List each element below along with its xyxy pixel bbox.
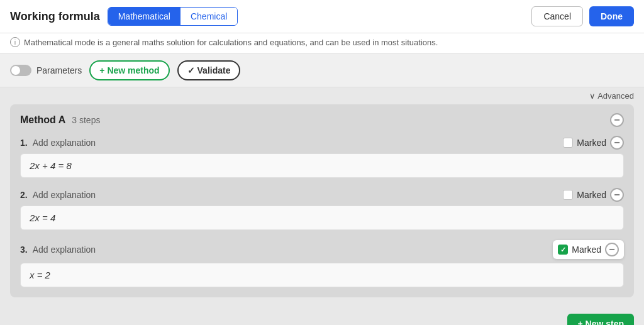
step-3-label: 3. Add explanation <box>20 245 96 255</box>
method-header: Method A 3 steps − <box>10 104 634 136</box>
footer-row: + New step <box>0 307 644 325</box>
step-2-marked-group: Marked − <box>563 188 624 202</box>
step-2-header: 2. Add explanation Marked − <box>20 188 624 202</box>
step-1-input[interactable]: 2x + 4 = 8 <box>20 153 624 178</box>
step-1-marked-checkbox[interactable] <box>563 138 573 148</box>
step-2-number: 2. <box>20 190 28 200</box>
step-2-marked-checkbox[interactable] <box>563 190 573 200</box>
info-bar: i Mathematical mode is a general maths s… <box>0 33 644 54</box>
header-left: Working formula Mathematical Chemical <box>10 7 238 26</box>
step-count: 3 steps <box>72 115 100 125</box>
step-3-number: 3. <box>20 245 28 255</box>
new-method-button[interactable]: + New method <box>89 60 169 80</box>
step-1-marked-label: Marked <box>577 138 606 148</box>
step-2-label: 2. Add explanation <box>20 190 96 200</box>
step-1-header: 1. Add explanation Marked − <box>20 136 624 150</box>
method-collapse-button[interactable]: − <box>610 113 624 127</box>
info-text: Mathematical mode is a general maths sol… <box>24 38 438 47</box>
step-2-explanation: Add explanation <box>33 190 96 200</box>
method-card: Method A 3 steps − 1. Add explanation Ma… <box>10 104 634 297</box>
parameters-label: Parameters <box>36 65 82 75</box>
step-2-marked-label: Marked <box>577 190 606 200</box>
step-row: 1. Add explanation Marked − 2x + 4 = 8 <box>20 136 624 178</box>
toolbar: Parameters + New method ✓ Validate <box>0 54 644 87</box>
header: Working formula Mathematical Chemical Ca… <box>0 0 644 33</box>
validate-button[interactable]: ✓ Validate <box>177 60 241 80</box>
advanced-row: ∨ Advanced <box>0 87 644 104</box>
toggle-wrap: Parameters <box>10 65 82 76</box>
step-3-marked-checkbox[interactable] <box>558 245 568 255</box>
header-right: Cancel Done <box>531 6 634 26</box>
step-3-header: 3. Add explanation Marked − <box>20 240 624 259</box>
step-3-input[interactable]: x = 2 <box>20 263 624 287</box>
tab-group: Mathematical Chemical <box>108 7 238 26</box>
step-3-marked-group: Marked − <box>553 240 624 259</box>
advanced-link[interactable]: ∨ Advanced <box>589 91 634 101</box>
new-step-button[interactable]: + New step <box>567 314 634 325</box>
page-title: Working formula <box>10 10 100 23</box>
method-title-group: Method A 3 steps <box>20 114 100 126</box>
step-3-explanation: Add explanation <box>33 245 96 255</box>
step-1-label: 1. Add explanation <box>20 138 96 148</box>
step-1-number: 1. <box>20 138 28 148</box>
step-1-explanation: Add explanation <box>33 138 96 148</box>
main-content: Method A 3 steps − 1. Add explanation Ma… <box>0 104 644 307</box>
step-3-marked-label: Marked <box>572 245 601 255</box>
step-3-remove-button[interactable]: − <box>605 243 619 256</box>
tab-mathematical[interactable]: Mathematical <box>108 8 180 25</box>
steps-container: 1. Add explanation Marked − 2x + 4 = 8 2… <box>10 136 634 297</box>
step-1-remove-button[interactable]: − <box>610 136 624 150</box>
step-row: 3. Add explanation Marked − x = 2 <box>20 240 624 287</box>
method-name: Method A <box>20 114 65 126</box>
tab-chemical[interactable]: Chemical <box>180 8 237 25</box>
step-row: 2. Add explanation Marked − 2x = 4 <box>20 188 624 230</box>
done-button[interactable]: Done <box>589 6 634 26</box>
toggle-knob <box>11 66 20 75</box>
step-2-remove-button[interactable]: − <box>610 188 624 202</box>
cancel-button[interactable]: Cancel <box>531 6 583 26</box>
step-2-input[interactable]: 2x = 4 <box>20 206 624 230</box>
step-1-marked-group: Marked − <box>563 136 624 150</box>
parameters-toggle[interactable] <box>10 65 31 76</box>
info-icon: i <box>10 37 20 47</box>
